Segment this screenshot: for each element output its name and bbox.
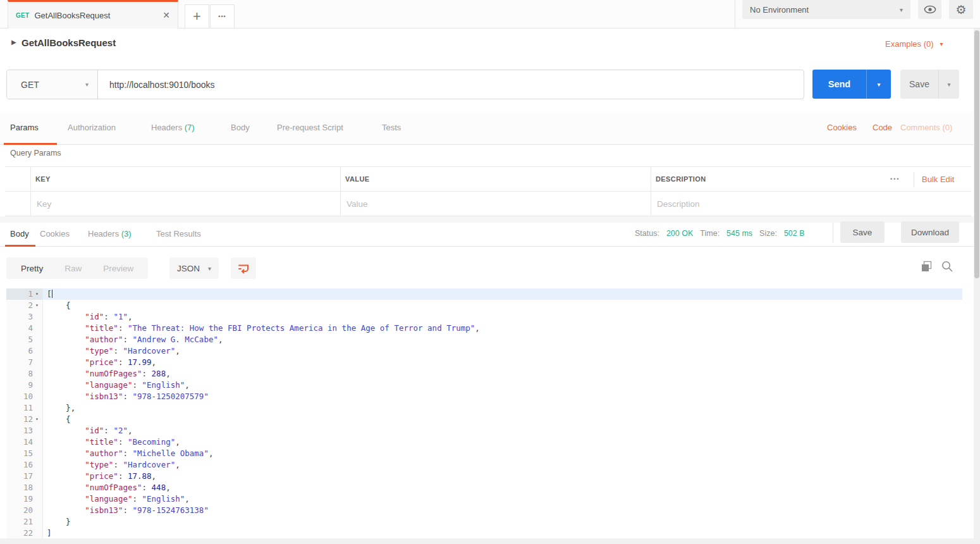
fold-caret-icon[interactable]: ▾ — [33, 288, 41, 300]
search-response-button[interactable] — [941, 261, 953, 275]
params-table-row — [5, 192, 971, 216]
column-divider — [340, 192, 341, 216]
collapse-request-icon[interactable]: ▶ — [11, 39, 16, 46]
response-tabs: Body Cookies Headers (3) Test Results St… — [0, 223, 974, 247]
code-link[interactable]: Code — [873, 123, 892, 132]
environment-value: No Environment — [750, 5, 809, 15]
line-number: 13 — [6, 425, 43, 436]
code-line: 18 "numOfPages": 448, — [6, 482, 962, 493]
line-number: 3 — [6, 311, 43, 323]
time-label: Time: — [700, 229, 720, 238]
response-tab-body[interactable]: Body — [10, 229, 29, 238]
code-line: 7 "price": 17.99, — [6, 357, 962, 368]
send-button[interactable]: Send — [812, 70, 866, 99]
pane-separator — [0, 216, 974, 223]
params-table-header: KEY VALUE DESCRIPTION ••• Bulk Edit — [5, 166, 971, 192]
line-number: 14 — [6, 436, 43, 448]
chevron-down-icon: ▾ — [900, 6, 903, 13]
response-tab-cookies[interactable]: Cookies — [40, 229, 70, 238]
code-line: 4 "title": "The Threat: How the FBI Prot… — [6, 323, 962, 334]
format-value: JSON — [177, 264, 200, 273]
fold-caret-icon[interactable]: ▾ — [33, 300, 41, 311]
tab-headers[interactable]: Headers (7) — [151, 123, 195, 132]
line-number: 19 — [6, 493, 43, 505]
response-tab-test-results[interactable]: Test Results — [156, 229, 201, 238]
save-response-button[interactable]: Save — [840, 221, 885, 243]
time-value: 545 ms — [726, 229, 752, 238]
plus-icon: + — [193, 8, 201, 25]
code-line: 5 "author": "Andrew G. McCabe", — [6, 334, 962, 345]
param-value-input[interactable] — [345, 195, 642, 212]
divider — [914, 172, 914, 187]
save-request-button[interactable]: Save — [900, 70, 938, 99]
tab-tests[interactable]: Tests — [382, 123, 401, 132]
save-options-button[interactable]: ▾ — [938, 70, 959, 99]
code-text: "author": "Michelle Obama", — [43, 448, 962, 459]
tab-body[interactable]: Body — [231, 123, 250, 132]
view-mode-preview[interactable]: Preview — [92, 264, 144, 273]
new-tab-button[interactable]: + — [185, 4, 209, 28]
comments-link[interactable]: Comments (0) — [900, 123, 952, 132]
settings-button[interactable]: ⚙ — [949, 0, 973, 19]
tab-pre-request-script[interactable]: Pre-request Script — [277, 123, 343, 132]
method-selector[interactable]: GET ▾ — [7, 70, 98, 99]
cookies-link[interactable]: Cookies — [827, 123, 857, 132]
tab-authorization[interactable]: Authorization — [68, 123, 116, 132]
divider — [735, 0, 735, 28]
line-number: 8 — [6, 368, 43, 380]
code-text: } — [43, 516, 962, 528]
examples-label: Examples (0) — [885, 39, 934, 49]
line-number: 22 — [6, 528, 43, 539]
code-line: 15 "author": "Michelle Obama", — [6, 448, 962, 459]
code-text: "author": "Andrew G. McCabe", — [43, 334, 962, 345]
code-text: "language": "English", — [43, 493, 962, 505]
request-tab[interactable]: GET GetAllBooksRequest ✕ — [8, 0, 178, 28]
param-description-input[interactable] — [656, 195, 959, 212]
code-text: "isbn13": "978-1524763138" — [43, 505, 962, 516]
response-headers-count-badge: (3) — [121, 229, 132, 238]
tab-options-button[interactable]: ••• — [210, 4, 235, 28]
url-input[interactable] — [98, 70, 804, 99]
code-line: 10 "isbn13": "978-1250207579" — [6, 391, 962, 402]
vertical-scrollbar-thumb[interactable] — [974, 30, 979, 278]
code-text: "isbn13": "978-1250207579" — [43, 391, 962, 402]
bulk-edit-link[interactable]: Bulk Edit — [922, 175, 954, 184]
view-mode-raw[interactable]: Raw — [54, 264, 92, 273]
response-tab-headers[interactable]: Headers (3) — [88, 229, 132, 238]
column-description: DESCRIPTION — [656, 175, 706, 183]
environment-preview-button[interactable] — [918, 0, 941, 19]
send-options-button[interactable]: ▾ — [866, 70, 891, 99]
code-text: "numOfPages": 288, — [43, 368, 962, 380]
fold-caret-icon[interactable]: ▾ — [33, 414, 41, 425]
eye-icon — [924, 5, 936, 14]
response-code: 1▾[2▾ {3 "id": "1",4 "title": "The Threa… — [6, 288, 962, 539]
size-value: 502 B — [784, 229, 805, 238]
chevron-down-icon: ▾ — [208, 265, 211, 272]
close-tab-icon[interactable]: ✕ — [162, 11, 170, 20]
gear-icon: ⚙ — [955, 3, 966, 17]
format-wrap-button[interactable] — [231, 257, 256, 279]
tab-params[interactable]: Params — [10, 123, 39, 132]
examples-dropdown[interactable]: Examples (0) ▾ — [885, 39, 943, 49]
column-key: KEY — [35, 175, 51, 183]
code-line: 16 "type": "Hardcover", — [6, 459, 962, 471]
code-line: 3 "id": "1", — [6, 311, 962, 323]
view-mode-switcher: Pretty Raw Preview — [6, 257, 148, 279]
query-params-title: Query Params — [10, 149, 61, 158]
code-line: 22] — [6, 528, 962, 539]
tab-title: GetAllBooksRequest — [34, 11, 162, 20]
code-line: 14 "title": "Becoming", — [6, 436, 962, 448]
download-response-button[interactable]: Download — [901, 221, 959, 243]
code-text: "type": "Hardcover", — [43, 345, 962, 357]
response-headers-label: Headers — [88, 229, 119, 238]
copy-response-button[interactable] — [921, 261, 933, 275]
code-line: 9 "language": "English", — [6, 380, 962, 391]
view-mode-pretty[interactable]: Pretty — [10, 264, 54, 273]
params-menu-icon[interactable]: ••• — [890, 176, 900, 182]
line-number: 18 — [6, 482, 43, 493]
param-key-input[interactable] — [35, 195, 333, 212]
tab-method-badge: GET — [16, 12, 29, 19]
code-text: [ — [43, 288, 962, 300]
environment-selector[interactable]: No Environment ▾ — [742, 0, 910, 19]
response-format-selector[interactable]: JSON ▾ — [169, 257, 219, 279]
